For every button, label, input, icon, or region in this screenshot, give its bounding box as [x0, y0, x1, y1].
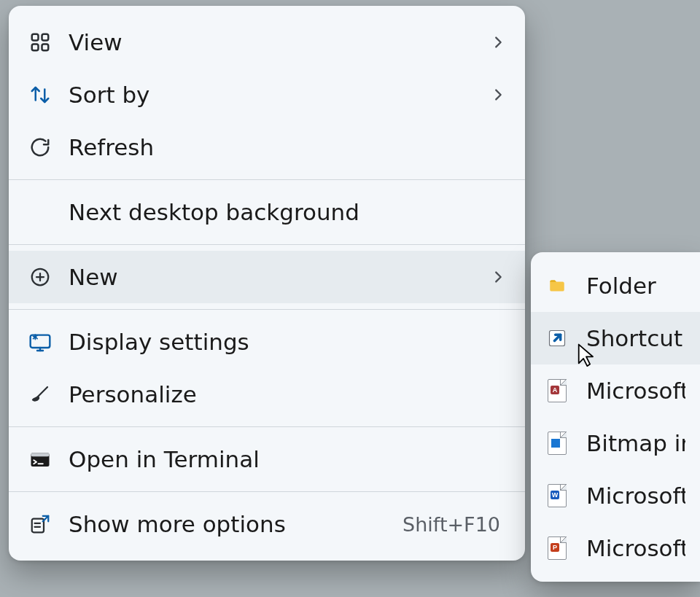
access-file-icon: A: [545, 379, 569, 402]
menu-item-sort-by[interactable]: Sort by: [9, 69, 525, 121]
menu-label: New: [69, 264, 490, 290]
menu-item-display-settings[interactable]: Display settings: [9, 316, 525, 368]
chevron-right-icon: [490, 34, 506, 50]
bitmap-file-icon: [545, 432, 569, 455]
svg-rect-12: [31, 453, 50, 456]
sub-label: Bitmap im: [586, 430, 685, 456]
sub-item-bitmap[interactable]: Bitmap im: [531, 417, 700, 469]
svg-rect-14: [32, 519, 44, 533]
refresh-icon: [28, 135, 52, 160]
sub-label: Microsoft: [586, 483, 685, 509]
desktop-context-menu: View Sort by Refresh Next desktop backgr…: [9, 6, 525, 561]
grid-icon: [28, 30, 52, 55]
svg-rect-0: [32, 34, 39, 41]
menu-item-personalize[interactable]: Personalize: [9, 368, 525, 421]
sub-label: Folder: [586, 273, 685, 299]
menu-divider: [9, 426, 525, 427]
sub-item-powerpoint[interactable]: P Microsoft: [531, 522, 700, 574]
shortcut-icon: [545, 327, 569, 350]
plus-circle-icon: [28, 265, 52, 289]
chevron-right-icon: [490, 87, 506, 103]
menu-item-show-more-options[interactable]: Show more options Shift+F10: [9, 498, 525, 550]
svg-rect-1: [42, 34, 49, 41]
no-icon: [28, 200, 52, 225]
menu-label: Show more options: [69, 511, 402, 537]
sub-label: Microsoft: [586, 535, 685, 561]
sort-icon: [28, 82, 52, 107]
word-file-icon: W: [545, 484, 569, 507]
powerpoint-file-icon: P: [545, 536, 569, 560]
terminal-icon: [28, 447, 52, 472]
menu-label: View: [69, 29, 490, 55]
popup-menu-icon: [28, 512, 52, 536]
menu-label: Display settings: [69, 329, 506, 355]
folder-icon: [545, 274, 569, 297]
menu-item-refresh[interactable]: Refresh: [9, 121, 525, 173]
menu-label: Sort by: [69, 82, 490, 108]
menu-item-open-terminal[interactable]: Open in Terminal: [9, 433, 525, 485]
monitor-gear-icon: [28, 329, 52, 354]
chevron-right-icon: [490, 269, 506, 285]
menu-label: Refresh: [69, 134, 506, 160]
shortcut-hint: Shift+F10: [402, 513, 500, 536]
menu-label: Personalize: [69, 381, 506, 407]
svg-rect-2: [32, 44, 39, 51]
menu-label: Open in Terminal: [69, 446, 506, 472]
menu-divider: [9, 244, 525, 245]
menu-item-new[interactable]: New: [9, 251, 525, 303]
menu-item-next-background[interactable]: Next desktop background: [9, 186, 525, 238]
menu-divider: [9, 491, 525, 492]
menu-label: Next desktop background: [69, 199, 506, 225]
sub-label: Microsoft: [586, 378, 685, 404]
sub-item-folder[interactable]: Folder: [531, 260, 700, 312]
svg-rect-3: [42, 44, 49, 51]
menu-divider: [9, 179, 525, 180]
sub-item-shortcut[interactable]: Shortcut: [531, 312, 700, 364]
sub-item-word[interactable]: W Microsoft: [531, 469, 700, 522]
menu-item-view[interactable]: View: [9, 16, 525, 69]
brush-icon: [28, 382, 52, 407]
menu-divider: [9, 309, 525, 310]
sub-item-access[interactable]: A Microsoft: [531, 364, 700, 417]
sub-label: Shortcut: [586, 325, 685, 351]
submenu-new: Folder Shortcut A Microsoft Bitmap im: [531, 252, 700, 582]
